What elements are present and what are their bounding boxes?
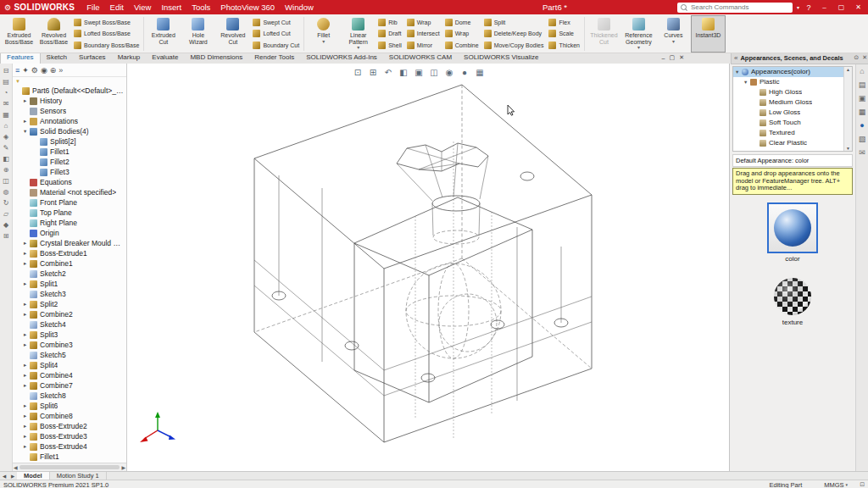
search-caret-icon[interactable]: ▾ <box>797 4 799 10</box>
tree-item[interactable]: ▾ Solid Bodies(4) <box>13 126 126 136</box>
tree-item[interactable]: ▸ Split4 <box>13 360 126 370</box>
appearances-scenes-icon[interactable]: ● <box>860 121 864 130</box>
apply-scene-icon[interactable]: ▦ <box>474 67 486 79</box>
ribbon-small-button[interactable]: Rib <box>378 18 402 28</box>
left-dock-icon[interactable]: ▦ <box>3 111 9 119</box>
left-dock-icon[interactable]: ◍ <box>3 188 9 196</box>
tree-item[interactable]: Sketch4 <box>13 319 126 330</box>
ribbon-small-button[interactable]: Mirror <box>407 40 440 50</box>
tree-item[interactable]: ▸ History <box>13 96 126 106</box>
appearance-tree-item[interactable]: Textured <box>733 128 852 138</box>
curves-button[interactable]: Curves ▾ <box>656 15 691 53</box>
appearance-tree-item[interactable]: Low Gloss <box>733 108 852 118</box>
ribbon-small-button[interactable]: Scale <box>548 29 580 39</box>
left-dock-icon[interactable]: ◫ <box>3 177 9 185</box>
tree-item[interactable]: ▸ Annotations <box>13 116 126 126</box>
appearance-tree-item[interactable]: Medium Gloss <box>733 97 852 108</box>
search-box[interactable] <box>677 3 793 13</box>
left-dock-icon[interactable]: ◈ <box>3 133 8 141</box>
reference-geometry-button[interactable]: Reference Geometry ▾ <box>621 15 656 53</box>
appearance-tree-item[interactable]: ▾ Appearances(color) <box>733 67 852 77</box>
menu-item[interactable]: View <box>129 0 156 14</box>
minimize-button[interactable]: – <box>818 0 831 14</box>
hole-wizard-button[interactable]: Hole Wizard <box>181 15 215 53</box>
featuremanager-tab-icon[interactable]: ≡ <box>15 66 19 75</box>
menu-item[interactable]: PhotoView 360 <box>215 0 280 14</box>
command-tab[interactable]: Surfaces <box>73 52 112 64</box>
command-tab[interactable]: Features <box>0 52 41 64</box>
file-explorer-icon[interactable]: ▣ <box>859 94 866 103</box>
tree-item[interactable]: ▸ Combine4 <box>13 370 126 380</box>
display-style-icon[interactable]: ◫ <box>428 67 440 79</box>
command-tab[interactable]: SOLIDWORKS Add-Ins <box>300 52 383 64</box>
revolved-boss-base-button[interactable]: Revolved Boss/Base <box>36 15 71 53</box>
tree-item[interactable]: Equations <box>13 177 126 187</box>
appearance-tree-item[interactable]: Clear Plastic <box>733 138 852 148</box>
linear-pattern-button[interactable]: Linear Pattern ▾ <box>341 15 376 53</box>
close-pane-icon[interactable]: ✕ <box>860 54 868 61</box>
appearance-tree-item[interactable]: High Gloss <box>733 87 852 97</box>
scroll-down-icon[interactable]: ▼ <box>844 146 852 151</box>
dimxpertmanager-tab-icon[interactable]: ⊕ <box>50 66 57 75</box>
solidworks-forum-icon[interactable]: ✉ <box>859 148 865 157</box>
tree-item[interactable]: Fillet1 <box>13 147 126 157</box>
tree-item[interactable]: ▸ Boss-Extrude1 <box>13 248 126 258</box>
tree-item[interactable]: Fillet2 <box>13 157 126 167</box>
graphics-viewport[interactable]: ⊡ ⊞ ↶ ◧ ▣ ◫ ◉ ● ▦ <box>127 64 729 471</box>
tree-item[interactable]: Sketch8 <box>13 391 126 401</box>
left-dock-icon[interactable]: ▤ <box>3 78 9 86</box>
tree-item[interactable]: ▸ Crystal Breaker Mould Model -... <box>13 238 126 248</box>
view-orientation-icon[interactable]: ▣ <box>413 67 425 79</box>
document-minimize-icon[interactable]: – <box>662 55 665 61</box>
ribbon-small-button[interactable]: Swept Boss/Base <box>74 18 139 28</box>
design-library-icon[interactable]: ▤ <box>859 80 866 89</box>
tabs-overflow-icon[interactable]: » <box>58 66 63 75</box>
tree-item[interactable]: Top Plane <box>13 208 126 218</box>
pane-scrollbar[interactable]: ▲ ▼ <box>843 67 852 151</box>
tree-item[interactable]: ▸ Combine8 <box>13 411 126 421</box>
ribbon-small-button[interactable]: Intersect <box>407 29 440 39</box>
view-palette-icon[interactable]: ▦ <box>859 108 866 116</box>
edit-appearance-icon[interactable]: ● <box>459 67 470 79</box>
ribbon-small-button[interactable]: Swept Cut <box>253 18 299 28</box>
help-icon[interactable]: ? <box>804 3 814 12</box>
appearance-tree-item[interactable]: Soft Touch <box>733 118 852 128</box>
ribbon-small-button[interactable]: Delete/Keep Body <box>484 29 544 39</box>
tree-item[interactable]: Right Plane <box>13 218 126 228</box>
extruded-boss-base-button[interactable]: Extruded Boss/Base <box>2 15 36 53</box>
ribbon-small-button[interactable]: Draft <box>378 29 402 39</box>
tree-item[interactable]: ▸ Combine2 <box>13 309 126 319</box>
left-dock-icon[interactable]: ◆ <box>3 221 8 229</box>
tree-item[interactable]: ▸ Split6 <box>13 401 126 411</box>
tree-item[interactable]: ▸ Split3 <box>13 330 126 340</box>
ribbon-small-button[interactable]: Move/Copy Bodies <box>484 40 544 50</box>
command-tab[interactable]: Sketch <box>41 52 73 64</box>
revolved-cut-button[interactable]: Revolved Cut <box>215 15 250 53</box>
scroll-left-icon[interactable]: ◀ <box>14 464 18 470</box>
tree-horizontal-scrollbar[interactable]: ◀ ▶ <box>13 463 126 471</box>
zoom-area-icon[interactable]: ⊞ <box>367 67 379 79</box>
scroll-right-icon[interactable]: ▶ <box>121 464 125 470</box>
pin-icon[interactable]: ⊙ <box>852 54 860 61</box>
menu-item[interactable]: File <box>81 0 104 14</box>
command-tab[interactable]: SOLIDWORKS CAM <box>383 52 458 64</box>
command-tab[interactable]: Markup <box>112 52 147 64</box>
left-dock-icon[interactable]: ✎ <box>3 144 9 152</box>
ribbon-small-button[interactable]: Lofted Boss/Base <box>74 29 139 39</box>
color-appearance-swatch[interactable] <box>767 202 818 253</box>
ribbon-small-button[interactable]: Wrap <box>407 18 440 28</box>
menu-item[interactable]: Edit <box>105 0 129 14</box>
ribbon-small-button[interactable]: Shell <box>378 40 402 50</box>
collapse-pane-icon[interactable]: « <box>732 54 740 62</box>
unit-system-selector[interactable]: MMGS ▾ <box>824 481 848 488</box>
section-view-icon[interactable]: ◧ <box>398 67 409 79</box>
model-wireframe[interactable] <box>127 64 729 471</box>
tree-item[interactable]: Fillet1 <box>13 452 126 462</box>
tree-item[interactable]: Split6[2] <box>13 136 126 147</box>
menu-item[interactable]: Tools <box>186 0 215 14</box>
tree-item[interactable]: ▸ Split1 <box>13 279 126 289</box>
status-bar-icon[interactable]: ⊡ <box>860 481 865 488</box>
ribbon-small-button[interactable]: Wrap <box>445 29 479 39</box>
ribbon-small-button[interactable]: Boundary Cut <box>253 40 299 50</box>
ribbon-small-button[interactable]: Flex <box>548 18 580 28</box>
